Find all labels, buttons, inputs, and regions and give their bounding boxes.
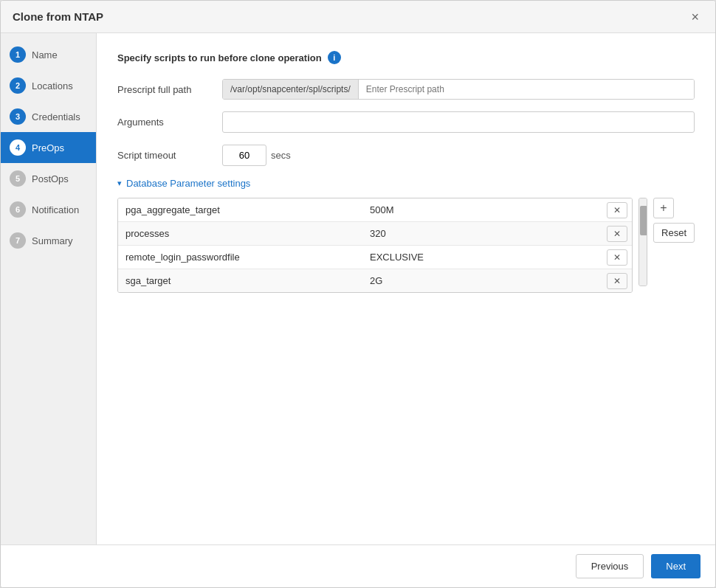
- sidebar-label-summary: Summary: [32, 235, 73, 246]
- clone-from-ntap-dialog: Clone from NTAP × 1 Name 2 Locations 3 C…: [0, 0, 716, 588]
- close-button[interactable]: ×: [686, 9, 703, 25]
- script-timeout-label: Script timeout: [117, 150, 213, 161]
- param-key-3: sga_target: [118, 269, 362, 292]
- add-param-button[interactable]: +: [653, 198, 674, 218]
- step-badge-6: 6: [10, 201, 26, 218]
- sidebar: 1 Name 2 Locations 3 Credentials 4 PreOp…: [1, 33, 97, 544]
- step-badge-7: 7: [10, 232, 26, 249]
- sidebar-item-postops[interactable]: 5 PostOps: [1, 163, 96, 194]
- param-value-0: 500M: [362, 198, 607, 221]
- dialog-footer: Previous Next: [1, 544, 715, 587]
- scroll-up-area: [639, 198, 647, 206]
- section-title-area: Specify scripts to run before clone oper…: [117, 51, 695, 64]
- prescript-input[interactable]: [359, 80, 694, 99]
- delete-row-3-button[interactable]: ✕: [607, 273, 627, 289]
- param-table: pga_aggregate_target 500M ✕ processes 32…: [117, 198, 633, 293]
- table-row: pga_aggregate_target 500M ✕: [118, 198, 632, 222]
- section-title-text: Specify scripts to run before clone oper…: [117, 52, 322, 63]
- prescript-label: Prescript full path: [117, 84, 213, 95]
- dialog-title: Clone from NTAP: [13, 10, 103, 23]
- prescript-prefix: /var/opt/snapcenter/spl/scripts/: [223, 80, 359, 99]
- sidebar-item-preops[interactable]: 4 PreOps: [1, 132, 96, 163]
- param-key-1: processes: [118, 222, 362, 245]
- param-table-wrapper: pga_aggregate_target 500M ✕ processes 32…: [117, 198, 695, 293]
- sidebar-label-locations: Locations: [32, 80, 73, 91]
- prescript-input-group: /var/opt/snapcenter/spl/scripts/: [222, 79, 695, 100]
- sidebar-label-name: Name: [32, 49, 58, 60]
- step-badge-3: 3: [10, 108, 26, 125]
- param-value-1: 320: [362, 222, 607, 245]
- table-row: processes 320 ✕: [118, 222, 632, 246]
- arguments-label: Arguments: [117, 117, 213, 128]
- table-row: sga_target 2G ✕: [118, 269, 632, 292]
- dialog-header: Clone from NTAP ×: [1, 1, 715, 33]
- arguments-row: Arguments: [117, 111, 695, 133]
- info-icon[interactable]: i: [328, 51, 341, 64]
- main-content: Specify scripts to run before clone oper…: [97, 33, 715, 544]
- next-button[interactable]: Next: [651, 554, 700, 578]
- timeout-input-group: secs: [222, 145, 291, 166]
- arguments-input[interactable]: [222, 111, 695, 133]
- dialog-body: 1 Name 2 Locations 3 Credentials 4 PreOp…: [1, 33, 715, 544]
- table-actions: + Reset: [653, 198, 695, 243]
- db-param-toggle-label: Database Parameter settings: [126, 178, 250, 189]
- step-badge-2: 2: [10, 77, 26, 94]
- param-value-2: EXCLUSIVE: [362, 246, 607, 269]
- delete-row-1-button[interactable]: ✕: [607, 226, 627, 242]
- delete-row-2-button[interactable]: ✕: [607, 249, 627, 266]
- delete-row-0-button[interactable]: ✕: [607, 202, 627, 218]
- table-row: remote_login_passwordfile EXCLUSIVE ✕: [118, 246, 632, 269]
- chevron-down-icon: ▾: [117, 179, 122, 188]
- timeout-unit: secs: [271, 150, 291, 161]
- sidebar-item-name[interactable]: 1 Name: [1, 39, 96, 70]
- sidebar-label-credentials: Credentials: [32, 111, 80, 122]
- previous-button[interactable]: Previous: [576, 554, 644, 578]
- sidebar-item-credentials[interactable]: 3 Credentials: [1, 101, 96, 132]
- sidebar-label-preops: PreOps: [32, 142, 64, 153]
- sidebar-label-notification: Notification: [32, 204, 79, 215]
- step-badge-1: 1: [10, 46, 26, 63]
- sidebar-item-locations[interactable]: 2 Locations: [1, 70, 96, 101]
- timeout-input[interactable]: [222, 145, 266, 166]
- param-key-2: remote_login_passwordfile: [118, 246, 362, 269]
- db-param-toggle[interactable]: ▾ Database Parameter settings: [117, 178, 695, 189]
- param-value-3: 2G: [362, 269, 607, 292]
- sidebar-label-postops: PostOps: [32, 173, 69, 184]
- param-key-0: pga_aggregate_target: [118, 198, 362, 221]
- scroll-down-area: [639, 235, 647, 286]
- step-badge-5: 5: [10, 170, 26, 187]
- sidebar-item-notification[interactable]: 6 Notification: [1, 194, 96, 225]
- sidebar-item-summary[interactable]: 7 Summary: [1, 225, 96, 256]
- step-badge-4: 4: [10, 139, 26, 156]
- table-scrollbar: [638, 198, 647, 286]
- reset-button[interactable]: Reset: [653, 223, 695, 243]
- prescript-row: Prescript full path /var/opt/snapcenter/…: [117, 79, 695, 100]
- scroll-thumb: [640, 206, 647, 235]
- script-timeout-row: Script timeout secs: [117, 145, 695, 166]
